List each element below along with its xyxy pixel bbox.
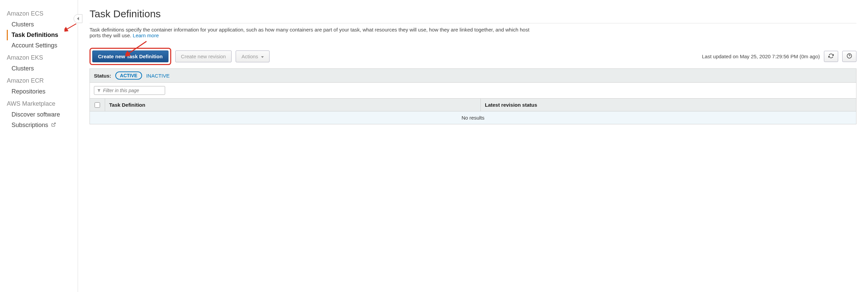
filter-input[interactable]	[103, 88, 162, 93]
caret-down-icon	[261, 56, 264, 58]
svg-line-0	[53, 123, 55, 125]
table-header-checkbox-cell	[90, 100, 105, 110]
sidebar-item-discover-software[interactable]: Discover software	[7, 109, 74, 120]
create-new-revision-button[interactable]: Create new revision	[175, 50, 232, 62]
sidebar-collapse-button[interactable]	[74, 14, 82, 23]
table-header-latest-revision-status[interactable]: Latest revision status	[480, 99, 856, 111]
sidebar-item-repositories[interactable]: Repositories	[7, 86, 74, 97]
table-header-task-definition[interactable]: Task Definition	[105, 99, 480, 111]
sidebar-item-account-settings[interactable]: Account Settings	[7, 40, 74, 51]
help-icon	[847, 53, 852, 59]
toolbar: Create new Task Definition Create new re…	[90, 48, 856, 65]
refresh-button[interactable]	[824, 51, 838, 62]
select-all-checkbox[interactable]	[95, 102, 100, 108]
page-title: Task Definitions	[90, 8, 856, 23]
sidebar-item-subscriptions[interactable]: Subscriptions	[7, 120, 74, 130]
status-label: Status:	[94, 73, 111, 79]
refresh-icon	[828, 53, 834, 59]
last-updated-text: Last updated on May 25, 2020 7:29:56 PM …	[702, 54, 820, 59]
chevron-left-icon	[77, 17, 79, 20]
page-description: Task definitions specify the container i…	[90, 27, 530, 38]
table-no-results: No results	[90, 111, 856, 124]
status-filter-active[interactable]: ACTIVE	[115, 71, 142, 80]
sidebar-group-ecs: Amazon ECS	[7, 10, 74, 17]
help-button[interactable]	[842, 51, 856, 62]
learn-more-link[interactable]: Learn more	[133, 33, 159, 38]
status-bar: Status: ACTIVE INACTIVE	[90, 68, 856, 83]
filter-row	[90, 83, 856, 99]
actions-dropdown-button[interactable]: Actions	[236, 50, 269, 62]
table-header: Task Definition Latest revision status	[90, 99, 856, 111]
sidebar-group-marketplace: AWS Marketplace	[7, 100, 74, 107]
create-new-task-definition-button[interactable]: Create new Task Definition	[92, 50, 169, 62]
sidebar-item-task-definitions[interactable]: Task Definitions	[7, 30, 74, 40]
annotation-highlight: Create new Task Definition	[90, 48, 171, 65]
filter-input-wrap[interactable]	[94, 86, 165, 95]
sidebar-item-clusters-ecs[interactable]: Clusters	[7, 19, 74, 30]
sidebar-item-label: Subscriptions	[12, 122, 48, 128]
main-content: Task Definitions Task definitions specif…	[78, 0, 868, 292]
actions-label: Actions	[241, 54, 258, 59]
sidebar-group-ecr: Amazon ECR	[7, 77, 74, 84]
external-link-icon	[51, 122, 56, 128]
sidebar-group-eks: Amazon EKS	[7, 54, 74, 61]
status-filter-inactive[interactable]: INACTIVE	[146, 73, 170, 79]
sidebar-item-clusters-eks[interactable]: Clusters	[7, 63, 74, 74]
sidebar: Amazon ECS Clusters Task Definitions Acc…	[0, 0, 78, 292]
filter-icon	[97, 88, 101, 93]
